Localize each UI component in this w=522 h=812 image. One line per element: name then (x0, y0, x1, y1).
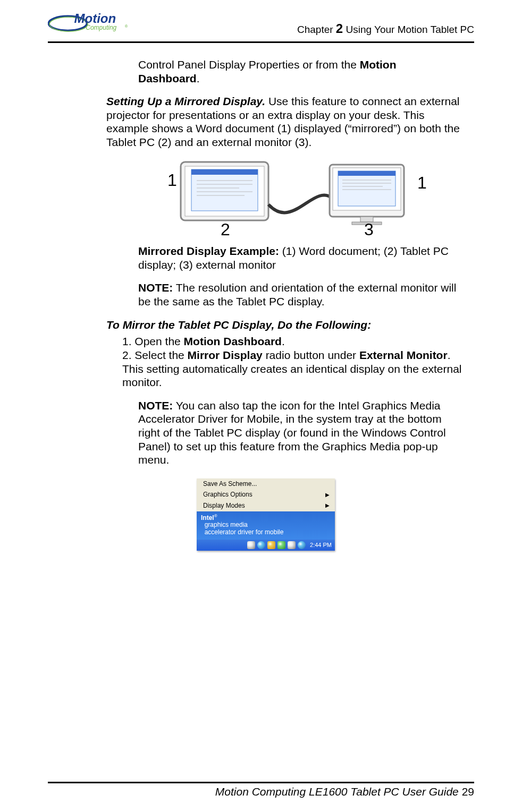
steps-list: 1. Open the Motion Dashboard. 2. Select … (122, 335, 474, 389)
submenu-arrow-icon: ▶ (325, 492, 330, 498)
figure-mirrored-display: 1 2 (154, 157, 474, 240)
note-resolution: NOTE: The resolution and orientation of … (138, 281, 474, 308)
step-1: 1. Open the Motion Dashboard. (122, 335, 469, 348)
header-rule (48, 41, 474, 43)
tray-icon (247, 541, 255, 549)
menu-item-graphics-options: Graphics Options▶ (197, 489, 335, 500)
figure-caption: Mirrored Display Example: (1) Word docum… (138, 244, 474, 271)
steps-heading: To Mirror the Tablet PC Display, Do the … (106, 318, 474, 332)
chapter-heading: Chapter 2 Using Your Motion Tablet PC (297, 21, 474, 38)
svg-rect-19 (338, 171, 395, 176)
system-tray: 2:44 PM (197, 540, 335, 551)
page-number: 29 (462, 785, 474, 798)
footer-rule (48, 782, 474, 783)
note-intel-driver: NOTE: You can also tap the icon for the … (138, 399, 474, 467)
figure-context-menu: Save As Scheme... Graphics Options▶ Disp… (197, 478, 474, 551)
svg-text:Computing: Computing (86, 24, 116, 31)
tray-icon (277, 541, 285, 549)
svg-text:®: ® (125, 24, 128, 29)
submenu-arrow-icon: ▶ (325, 502, 330, 509)
page-footer: Motion Computing LE1600 Tablet PC User G… (48, 782, 474, 798)
clock: 2:44 PM (310, 542, 332, 549)
intel-banner: Intel® graphics media accelerator driver… (197, 511, 335, 540)
section-mirrored-display: Setting Up a Mirrored Display. Use this … (106, 95, 474, 149)
tray-icon (257, 541, 265, 549)
tray-icon (267, 541, 275, 549)
step-2: 2. Select the Mirror Display radio butto… (122, 348, 469, 389)
svg-text:Motion: Motion (74, 11, 116, 25)
body-content: Control Panel Display Properties or from… (106, 58, 474, 551)
svg-text:2: 2 (221, 220, 230, 236)
tray-icon (288, 541, 296, 549)
brand-logo: Motion Computing ® (48, 11, 144, 38)
page-header: Motion Computing ® Chapter 2 Using Your … (48, 11, 474, 41)
menu-item-save-scheme: Save As Scheme... (197, 478, 335, 490)
intro-fragment: Control Panel Display Properties or from… (138, 58, 474, 85)
svg-text:3: 3 (364, 220, 374, 236)
svg-rect-18 (338, 171, 395, 206)
menu-item-display-modes: Display Modes▶ (197, 500, 335, 511)
svg-rect-8 (191, 169, 258, 211)
svg-text:1: 1 (167, 170, 177, 190)
svg-rect-9 (191, 169, 258, 175)
svg-text:1: 1 (417, 173, 427, 192)
tray-icon (298, 541, 306, 549)
